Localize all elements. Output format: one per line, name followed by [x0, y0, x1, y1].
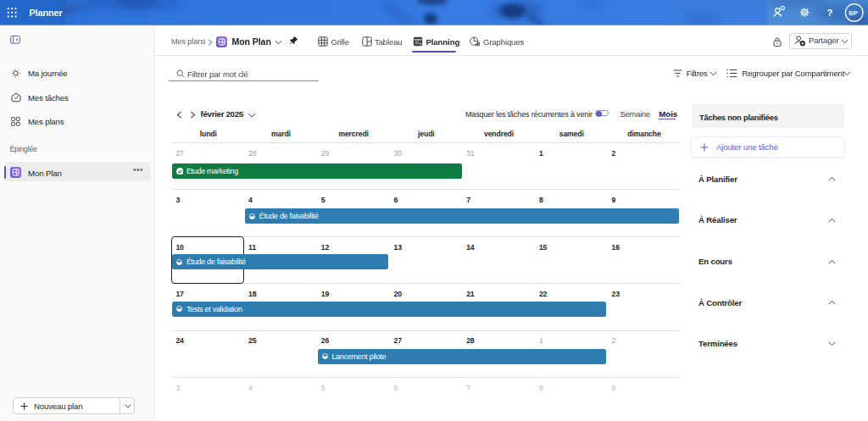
svg-text:?: ?: [827, 8, 833, 18]
svg-text:BP: BP: [849, 9, 858, 17]
svg-text:Planner: Planner: [30, 8, 64, 18]
